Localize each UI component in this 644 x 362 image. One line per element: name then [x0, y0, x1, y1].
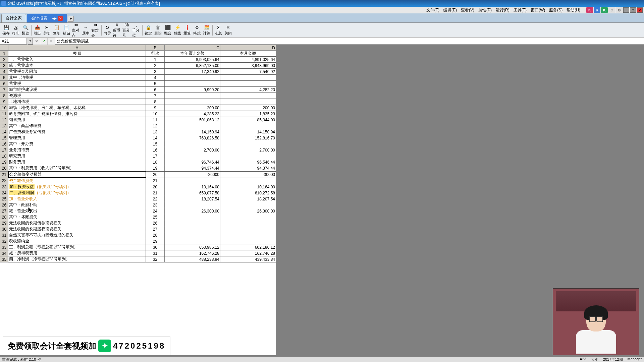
cell[interactable]: 23 [146, 202, 165, 208]
table-row[interactable]: 21公允价值变动损益20-26000-30000 [0, 171, 276, 178]
table-row[interactable]: 15 管理费用14760,826.58152,816.70 [0, 135, 276, 141]
row-header[interactable]: 26 [0, 202, 8, 208]
menu-item[interactable]: 服务(S) [547, 7, 565, 13]
cell[interactable]: 27 [146, 226, 165, 232]
cell[interactable]: 610,272.58 [220, 190, 276, 196]
cell[interactable]: 管理费用 [8, 135, 146, 141]
cell[interactable]: 本月金额 [220, 51, 276, 57]
cell[interactable]: 10 [146, 111, 165, 117]
formula-equals-icon[interactable]: = [48, 38, 55, 45]
cell[interactable]: 其中：开办费 [8, 141, 146, 147]
menu-item[interactable]: 帮助(H) [565, 7, 582, 13]
cell[interactable]: 加：投资收益（损失以"-"号填列） [8, 184, 146, 190]
table-row[interactable]: 24二、营业利润（亏损以"-"号填列）21659,077.58610,272.5… [0, 190, 276, 196]
cell[interactable]: 4,891,025.64 [220, 57, 276, 63]
cell[interactable]: 8 [146, 99, 165, 105]
table-row[interactable]: 16 其中：开办费15 [0, 141, 276, 147]
cell[interactable]: 1 [146, 57, 165, 63]
table-row[interactable]: 3减：营业成本26,852,135.003,948,969.00 [0, 63, 276, 69]
cell[interactable]: 其中：利息费用（收入以"-"号填列） [8, 165, 146, 172]
table-row[interactable]: 29 无法收回的长期债券投资损失26 [0, 220, 276, 226]
table-row[interactable]: 2一、营业收入18,903,025.644,891,025.64 [0, 57, 276, 63]
cell[interactable]: 6 [146, 87, 165, 93]
cell[interactable]: 营业税 [8, 81, 146, 87]
cell[interactable] [220, 99, 276, 105]
cell[interactable]: 营业税金及附加 [8, 69, 146, 75]
cell[interactable]: 税收滞纳金 [8, 238, 146, 244]
cell[interactable]: 本年累计金额 [165, 51, 220, 57]
align-right-button[interactable]: ➡右对齐 [91, 23, 100, 37]
save-button[interactable]: 💾保存 [1, 23, 11, 37]
menu-item[interactable]: 工具(T) [512, 7, 529, 13]
table-row[interactable]: 31 自然灾害等不可抗力因素造成的损失28 [0, 232, 276, 238]
cell[interactable]: 18 [146, 159, 165, 165]
row-header[interactable]: 32 [0, 238, 8, 244]
cell[interactable]: 2,700.00 [165, 147, 220, 153]
format-button[interactable]: ⚙格式 [192, 23, 202, 37]
row-header[interactable]: 3 [0, 63, 8, 69]
cell[interactable]: 资产减值损失 [8, 178, 146, 184]
cell[interactable] [165, 220, 220, 226]
cell[interactable] [220, 75, 276, 81]
cell[interactable] [165, 232, 220, 238]
menu-item[interactable]: 编辑(E) [441, 7, 459, 13]
cell[interactable] [165, 99, 220, 105]
cell[interactable]: 26 [146, 220, 165, 226]
merge-button[interactable]: ⬛融合 [163, 23, 172, 37]
row-header[interactable]: 21 [0, 171, 8, 178]
cell[interactable] [220, 220, 276, 226]
close-button[interactable]: ✕关闭 [223, 23, 233, 37]
cell[interactable]: 8,903,025.64 [165, 57, 220, 63]
cell[interactable] [220, 81, 276, 87]
row-header[interactable]: 17 [0, 147, 8, 153]
cell[interactable]: 广告费和业务宣传费 [8, 129, 146, 135]
cell[interactable] [220, 238, 276, 244]
cell[interactable]: 17 [146, 153, 165, 159]
cell-reference-box[interactable]: A21 [0, 38, 27, 45]
row-header[interactable]: 20 [0, 165, 8, 172]
recalc-button[interactable]: ❗重算 [182, 23, 192, 37]
cell[interactable]: 17,340.92 [165, 69, 220, 75]
cell[interactable]: 6,852,135.00 [165, 63, 220, 69]
close-button[interactable]: ✕ [637, 7, 643, 13]
cell[interactable]: 减：营业外支出 [8, 208, 146, 214]
cell[interactable]: 162,746.28 [220, 250, 276, 256]
cell[interactable]: 研究费用 [8, 153, 146, 159]
cell[interactable]: 自然灾害等不可抗力因素造成的损失 [8, 232, 146, 238]
cell[interactable]: 行次 [146, 51, 165, 57]
cell[interactable]: -30000 [220, 171, 276, 178]
cell[interactable]: 销售费用 [8, 117, 146, 123]
tab-home[interactable]: 会计之家 [1, 14, 26, 22]
cell[interactable]: 24 [146, 208, 165, 214]
row-header[interactable]: 7 [0, 87, 8, 93]
row-header[interactable]: 28 [0, 214, 8, 220]
table-row[interactable]: 14 广告费和业务宣传费1314,150.9414,150.94 [0, 129, 276, 135]
cell[interactable]: 四、净利润（净亏损以"-"号填列） [8, 256, 146, 262]
row-header[interactable]: 1 [0, 51, 8, 57]
row-header[interactable]: 16 [0, 141, 8, 147]
cell[interactable]: 3,948,969.00 [220, 63, 276, 69]
table-row[interactable]: 23加：投资收益（损失以"-"号填列）2010,164.0010,164.00 [0, 184, 276, 190]
cell[interactable]: 4,282.20 [220, 87, 276, 93]
cell[interactable]: 减：所得税费用 [8, 250, 146, 256]
cell[interactable]: 94,374.44 [220, 165, 276, 172]
row-header[interactable]: 4 [0, 69, 8, 75]
table-row[interactable]: 10 城镇土地使用税、房产税、车船税、印花税9200.00200.00 [0, 105, 276, 111]
cell[interactable]: 2,700.00 [220, 147, 276, 153]
compute-button[interactable]: 🧮计算 [202, 23, 211, 37]
minimize-button[interactable]: _ [623, 7, 629, 13]
cell[interactable]: 32 [146, 256, 165, 262]
thousands-button[interactable]: ,千分位 [132, 23, 141, 37]
table-row[interactable]: 13 其中：商品修理费12 [0, 123, 276, 129]
cell[interactable]: 30 [146, 244, 165, 250]
cell[interactable]: 94,374.44 [165, 165, 220, 172]
cell[interactable]: 10,164.00 [165, 184, 220, 190]
menu-item[interactable]: 属性(P) [476, 7, 494, 13]
row-header[interactable]: 5 [0, 75, 8, 81]
cell[interactable]: 162,746.28 [165, 250, 220, 256]
cell[interactable]: 9,999.20 [165, 87, 220, 93]
col-header-D[interactable]: D [220, 45, 276, 51]
cell[interactable]: 无法收回的长期债券投资损失 [8, 220, 146, 226]
print-button[interactable]: 🖨打印 [11, 23, 20, 37]
cell[interactable] [220, 93, 276, 99]
